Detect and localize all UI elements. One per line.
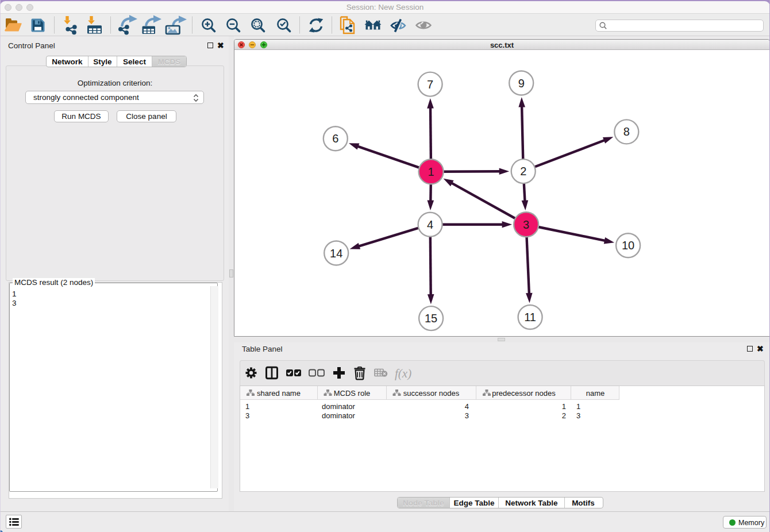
svg-text:10: 10 bbox=[622, 239, 634, 252]
svg-text:15: 15 bbox=[425, 312, 437, 325]
svg-text:2: 2 bbox=[520, 165, 526, 178]
svg-text:4: 4 bbox=[427, 218, 433, 231]
svg-text:11: 11 bbox=[524, 311, 536, 323]
svg-text:6: 6 bbox=[332, 132, 338, 145]
svg-text:3: 3 bbox=[523, 218, 529, 231]
svg-text:9: 9 bbox=[518, 77, 525, 90]
svg-text:1: 1 bbox=[428, 165, 434, 178]
svg-text:7: 7 bbox=[427, 78, 433, 91]
svg-text:14: 14 bbox=[330, 247, 342, 260]
svg-text:8: 8 bbox=[623, 125, 630, 138]
svg-text:f(x): f(x) bbox=[395, 367, 411, 380]
